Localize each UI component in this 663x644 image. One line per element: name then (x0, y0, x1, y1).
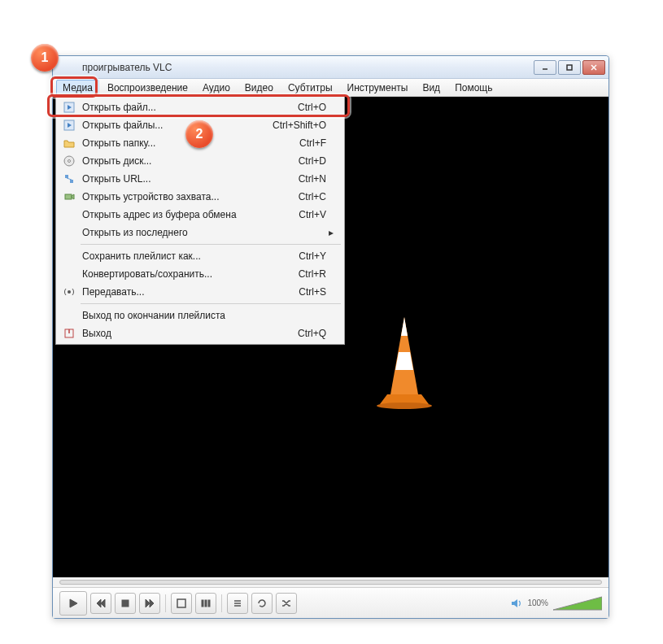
fullscreen-button[interactable] (171, 593, 192, 614)
menu-separator (81, 244, 341, 245)
separator (221, 594, 222, 612)
maximize-button[interactable] (558, 60, 581, 75)
window-buttons (534, 60, 605, 75)
menu-subtitles[interactable]: Субтитры (281, 80, 339, 96)
menu-open-file[interactable]: Открыть файл... Ctrl+O (58, 98, 342, 116)
antenna-icon (59, 286, 79, 298)
menu-item-label: Открыть URL... (79, 173, 289, 185)
menu-media[interactable]: Медиа (56, 80, 99, 96)
separator (165, 594, 166, 612)
svg-marker-9 (70, 599, 77, 607)
loop-button[interactable] (251, 593, 273, 614)
volume-control[interactable]: 100% (511, 595, 602, 611)
menu-item-label: Открыть устройство захвата... (79, 191, 289, 202)
menu-item-label: Открыть диск... (79, 155, 289, 167)
svg-marker-11 (101, 599, 105, 607)
menu-item-label: Конвертировать/сохранить... (79, 268, 289, 280)
menu-item-label: Открыть файл... (79, 102, 288, 113)
volume-percent: 100% (527, 598, 548, 607)
svg-rect-12 (122, 600, 129, 607)
shuffle-button[interactable] (276, 593, 297, 614)
menu-open-clipboard[interactable]: Открыть адрес из буфера обмена Ctrl+V (58, 206, 342, 224)
menu-item-shortcut: Ctrl+D (289, 155, 326, 167)
svg-marker-22 (512, 599, 517, 607)
play-button[interactable] (59, 591, 87, 616)
svg-marker-23 (553, 597, 602, 610)
capture-icon (59, 191, 79, 202)
menu-item-label: Открыть папку... (79, 137, 290, 149)
menu-quit[interactable]: Выход Ctrl+Q (58, 324, 342, 342)
menu-item-label: Передавать... (79, 286, 289, 298)
ext-settings-button[interactable] (195, 593, 216, 614)
titlebar[interactable]: проигрыватель VLC (53, 56, 608, 79)
svg-marker-14 (150, 599, 154, 607)
next-button[interactable] (139, 593, 160, 614)
window-title: проигрыватель VLC (59, 62, 534, 73)
seek-bar[interactable] (53, 577, 608, 587)
svg-marker-10 (97, 599, 101, 607)
menu-item-shortcut: Ctrl+S (289, 286, 326, 298)
folder-icon (59, 137, 79, 149)
network-icon (59, 173, 79, 185)
menu-item-shortcut: Ctrl+F (290, 137, 326, 149)
stop-button[interactable] (115, 593, 136, 614)
menu-convert[interactable]: Конвертировать/сохранить... Ctrl+R (58, 265, 342, 283)
svg-line-32 (67, 178, 72, 180)
menu-audio[interactable]: Аудио (196, 80, 237, 96)
menu-open-files[interactable]: Открыть файлы... Ctrl+Shift+O (58, 116, 342, 134)
menu-save-playlist[interactable]: Сохранить плейлист как... Ctrl+Y (58, 247, 342, 265)
menu-item-label: Сохранить плейлист как... (79, 250, 289, 262)
menu-tools[interactable]: Инструменты (341, 80, 415, 96)
svg-rect-16 (202, 600, 203, 607)
menu-item-shortcut: Ctrl+C (289, 191, 326, 202)
svg-marker-13 (146, 599, 150, 607)
play-file-icon (59, 120, 79, 131)
menubar: Медиа Воспроизведение Аудио Видео Субтит… (53, 79, 608, 97)
svg-rect-30 (65, 175, 68, 178)
menu-open-recent[interactable]: Открыть из последнего ▸ (58, 224, 342, 242)
menu-item-shortcut: Ctrl+O (288, 102, 326, 113)
svg-point-29 (68, 160, 71, 163)
menu-open-disc[interactable]: Открыть диск... Ctrl+D (58, 152, 342, 170)
menu-item-shortcut: Ctrl+Shift+O (263, 120, 326, 131)
svg-rect-17 (205, 600, 207, 607)
menu-video[interactable]: Видео (238, 80, 280, 96)
seek-track[interactable] (59, 580, 602, 585)
playlist-button[interactable] (227, 593, 248, 614)
volume-slider[interactable] (553, 595, 602, 611)
menu-open-folder[interactable]: Открыть папку... Ctrl+F (58, 134, 342, 152)
svg-rect-1 (567, 65, 572, 70)
vlc-cone-icon (368, 313, 441, 411)
svg-rect-31 (70, 180, 73, 183)
menu-view[interactable]: Вид (416, 80, 447, 96)
svg-rect-15 (177, 599, 185, 607)
play-file-icon (59, 102, 79, 113)
quit-icon (59, 328, 79, 339)
prev-button[interactable] (90, 593, 111, 614)
menu-item-shortcut: Ctrl+V (289, 209, 326, 220)
menu-help[interactable]: Помощь (448, 80, 499, 96)
media-menu-dropdown: Открыть файл... Ctrl+O Открыть файлы... … (55, 96, 345, 345)
menu-item-label: Выход по окончании плейлиста (79, 310, 316, 321)
minimize-button[interactable] (534, 60, 556, 75)
menu-stream[interactable]: Передавать... Ctrl+S (58, 283, 342, 301)
submenu-arrow-icon: ▸ (326, 227, 336, 238)
menu-item-label: Открыть из последнего (79, 227, 316, 238)
menu-open-url[interactable]: Открыть URL... Ctrl+N (58, 170, 342, 188)
menu-item-shortcut: Ctrl+Y (289, 250, 326, 262)
menu-item-shortcut: Ctrl+N (289, 173, 326, 185)
menu-item-shortcut: Ctrl+Q (288, 328, 326, 339)
controls-bar: 100% (53, 587, 608, 618)
svg-rect-33 (65, 194, 72, 199)
close-button[interactable] (582, 60, 605, 75)
menu-separator (81, 303, 341, 304)
svg-point-8 (377, 402, 432, 409)
menu-item-label: Выход (79, 328, 288, 339)
menu-item-label: Открыть адрес из буфера обмена (79, 209, 289, 220)
svg-rect-18 (208, 600, 210, 607)
menu-playback[interactable]: Воспроизведение (101, 80, 194, 96)
menu-quit-after[interactable]: Выход по окончании плейлиста (58, 307, 342, 324)
svg-point-35 (68, 290, 71, 294)
menu-open-capture[interactable]: Открыть устройство захвата... Ctrl+C (58, 188, 342, 206)
disc-icon (59, 155, 79, 167)
